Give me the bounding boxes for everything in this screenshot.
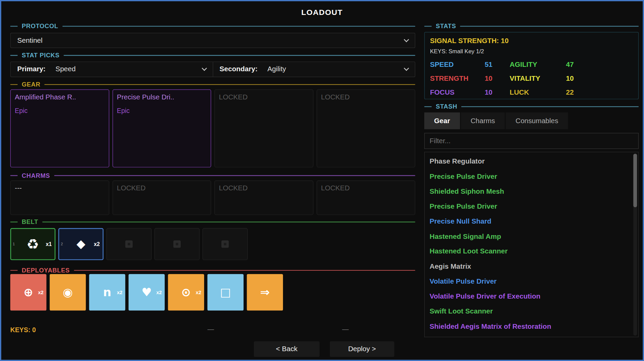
header-line <box>54 175 415 176</box>
protocol-value: Sentinel <box>17 36 42 44</box>
circle-plus-icon: ⊕ <box>23 287 33 298</box>
arrow-right-icon: ⇒ <box>260 287 270 298</box>
locked-label: LOCKED <box>219 93 308 101</box>
belt-slot-4[interactable] <box>155 228 200 260</box>
gear-item-rarity: Epic <box>117 107 207 115</box>
stash-filter-input[interactable] <box>424 133 639 149</box>
gear-item-name: Amplified Phase R.. <box>15 93 105 101</box>
scrollbar-thumb[interactable] <box>633 154 637 207</box>
stash-item[interactable]: Hastened Signal Amp <box>425 229 638 244</box>
stat-label-vitality: VITALITY <box>493 75 554 83</box>
charm-slot-4[interactable]: LOCKED <box>317 180 415 215</box>
stat-value-luck: 22 <box>554 89 574 97</box>
keys-count: KEYS: 0 <box>10 327 36 334</box>
section-header-stat-picks: STAT PICKS <box>10 52 415 59</box>
deployables-row: ⊕ x2 ◉ n x2 ♥ x2 ⊙ x2 □ ⇒ <box>10 274 283 311</box>
secondary-value: Agility <box>267 65 286 73</box>
circle-dot-icon: ⊙ <box>181 287 191 298</box>
chevron-down-icon <box>201 66 207 71</box>
target-icon: ◉ <box>63 287 73 298</box>
gear-slot-3[interactable]: LOCKED <box>214 90 313 168</box>
header-line <box>10 55 18 55</box>
deployable-3[interactable]: n x2 <box>89 274 125 311</box>
deployable-4[interactable]: ♥ x2 <box>128 274 164 311</box>
section-title: STASH <box>436 103 457 110</box>
charm-slot-row: --- LOCKED LOCKED LOCKED <box>10 180 415 215</box>
stash-item[interactable]: Shielded Siphon Mesh <box>425 184 638 199</box>
deployable-count: x2 <box>196 289 201 295</box>
stash-item[interactable]: Hastened Loot Scanner <box>425 244 638 259</box>
stash-item[interactable]: Phase Regulator <box>425 154 638 169</box>
deployable-6[interactable]: □ <box>208 274 244 311</box>
header-line <box>424 26 432 26</box>
stat-value-speed: 51 <box>475 61 493 69</box>
section-title: DEPLOYABLES <box>22 267 70 274</box>
section-title: PROTOCOL <box>22 23 58 30</box>
secondary-label: Secondary: <box>219 65 257 73</box>
chevron-down-icon <box>404 37 409 42</box>
stash-list: Phase Regulator Precise Pulse Driver Shi… <box>424 152 639 337</box>
gear-item-name: Precise Pulse Dri.. <box>117 93 207 101</box>
empty-slot-icon <box>125 241 133 248</box>
charm-slot-2[interactable]: LOCKED <box>112 180 211 215</box>
tab-consumables[interactable]: Consumables <box>506 112 568 129</box>
diamond-icon: ◆ <box>76 239 85 250</box>
section-header-belt: BELT <box>10 218 415 225</box>
belt-slot-1[interactable]: 1 ♻ x1 <box>10 228 55 260</box>
belt-slot-2[interactable]: 2 ◆ x2 <box>58 228 104 260</box>
belt-slot-3[interactable] <box>106 228 151 260</box>
secondary-stat-select[interactable]: Secondary: Agility <box>213 62 415 77</box>
belt-hotkey: 2 <box>61 242 63 246</box>
deployable-2[interactable]: ◉ <box>50 274 86 311</box>
chevron-down-icon <box>404 66 409 71</box>
back-button[interactable]: < Back <box>254 341 319 357</box>
stash-item[interactable]: Shielded Aegis Matrix of Restoration <box>425 319 638 334</box>
charm-slot-3[interactable]: LOCKED <box>214 180 313 215</box>
empty-slot-icon <box>221 241 229 248</box>
belt-slot-row: 1 ♻ x1 2 ◆ x2 <box>10 228 248 260</box>
section-header-charms: CHARMS <box>10 172 415 179</box>
gear-slot-4[interactable]: LOCKED <box>317 90 415 168</box>
header-line <box>10 175 18 176</box>
header-line <box>461 106 639 107</box>
tab-gear[interactable]: Gear <box>424 112 460 129</box>
signal-strength: SIGNAL STRENGTH: 10 <box>430 37 633 45</box>
stash-item[interactable]: Precise Pulse Driver <box>425 199 638 214</box>
empty-indicator-right: — <box>342 326 348 333</box>
header-line <box>460 26 639 26</box>
primary-stat-select[interactable]: Primary: Speed <box>11 62 212 77</box>
stash-item[interactable]: Precise Pulse Driver <box>425 169 638 184</box>
deploy-button[interactable]: Deploy > <box>330 341 394 357</box>
scrollbar[interactable] <box>633 153 637 336</box>
charm-slot-1[interactable]: --- <box>10 180 109 215</box>
deployable-1[interactable]: ⊕ x2 <box>10 274 46 311</box>
stash-item[interactable]: Volatile Pulse Driver of Execution <box>425 289 638 304</box>
belt-count: x1 <box>46 241 52 247</box>
deployable-5[interactable]: ⊙ x2 <box>168 274 204 311</box>
stat-label-focus: FOCUS <box>430 89 475 97</box>
stash-item[interactable]: Volatile Pulse Driver <box>425 274 638 289</box>
stats-keys: KEYS: Small Key 1/2 <box>430 48 633 54</box>
stat-label-agility: AGILITY <box>493 61 554 69</box>
tab-charms[interactable]: Charms <box>461 112 505 129</box>
belt-slot-5[interactable] <box>202 228 248 260</box>
page-title: LOADOUT <box>1 8 643 17</box>
stat-value-agility: 47 <box>554 61 574 69</box>
section-header-protocol: PROTOCOL <box>10 23 415 30</box>
gear-slot-1[interactable]: Amplified Phase R.. Epic <box>10 90 109 168</box>
stash-item[interactable]: Swift Loot Scanner <box>425 304 638 319</box>
stash-tabs: Gear Charms Consumables <box>424 112 568 129</box>
gear-slot-2[interactable]: Precise Pulse Dri.. Epic <box>112 90 211 168</box>
section-title: STAT PICKS <box>22 52 59 59</box>
empty-charm-label: --- <box>15 184 105 192</box>
protocol-select[interactable]: Sentinel <box>10 33 415 48</box>
header-line <box>64 55 415 55</box>
empty-indicator-left: — <box>208 326 214 333</box>
stat-picks-row: Primary: Speed Secondary: Agility <box>10 61 415 77</box>
heart-icon: ♥ <box>141 287 151 298</box>
stash-item[interactable]: Aegis Matrix <box>425 259 638 274</box>
letter-n-icon: n <box>103 287 111 298</box>
deployable-count: x2 <box>117 289 122 295</box>
stash-item[interactable]: Precise Null Shard <box>425 214 638 229</box>
deployable-7[interactable]: ⇒ <box>247 274 283 311</box>
